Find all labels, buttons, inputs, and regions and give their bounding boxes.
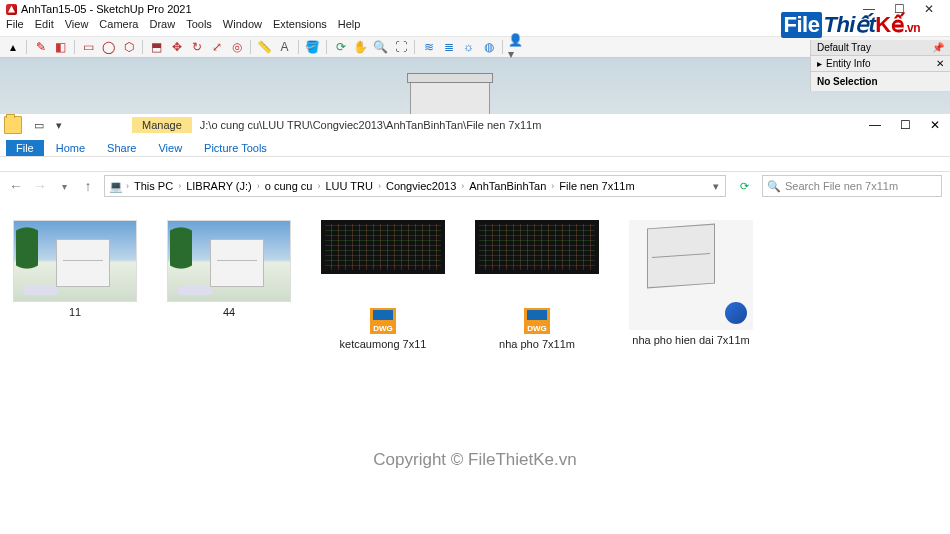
- ribbon-tab-share[interactable]: Share: [97, 140, 146, 156]
- explorer-maximize-button[interactable]: ☐: [890, 118, 920, 132]
- ribbon-tab-home[interactable]: Home: [46, 140, 95, 156]
- profile-icon[interactable]: 👤▾: [508, 39, 525, 56]
- explorer-content[interactable]: 11 44 DWG ketcaumong 7x11 DWG nha pho 7x…: [0, 200, 950, 370]
- menu-help[interactable]: Help: [338, 18, 361, 36]
- explorer-titlebar: ▭ ▾ Manage J:\o cung cu\LUU TRU\Congviec…: [0, 114, 950, 136]
- search-input[interactable]: 🔍 Search File nen 7x11m: [762, 175, 942, 197]
- breadcrumb-item[interactable]: o cung cu: [263, 180, 315, 192]
- file-thumbnail: [13, 220, 137, 302]
- tray-pin-icon[interactable]: 📌: [932, 42, 944, 53]
- styles-tool-icon[interactable]: ◍: [480, 39, 497, 56]
- entity-info-body: No Selection: [811, 72, 950, 91]
- ribbon-tab-file[interactable]: File: [6, 140, 44, 156]
- folder-icon: [4, 116, 22, 134]
- file-item[interactable]: 44: [164, 220, 294, 318]
- select-tool-icon[interactable]: ▴: [4, 39, 21, 56]
- polygon-tool-icon[interactable]: ⬡: [120, 39, 137, 56]
- ribbon-context-tab[interactable]: Manage: [132, 117, 192, 133]
- menu-camera[interactable]: Camera: [99, 18, 138, 36]
- breadcrumb-dropdown-icon[interactable]: ▾: [713, 180, 719, 193]
- file-thumbnail: [321, 220, 445, 274]
- nav-forward-button[interactable]: →: [32, 178, 48, 194]
- breadcrumb[interactable]: 💻 › This PC› LIBRARY (J:)› o cung cu› LU…: [104, 175, 726, 197]
- nav-recent-button[interactable]: ▾: [56, 181, 72, 192]
- quick-access-toolbar: ▭ ▾: [26, 119, 72, 132]
- breadcrumb-item[interactable]: LIBRARY (J:): [184, 180, 254, 192]
- sketchup-viewport[interactable]: [0, 58, 950, 114]
- file-name: nha pho 7x11m: [499, 338, 575, 350]
- qat-newfolder-icon[interactable]: ▾: [52, 119, 66, 132]
- copyright-watermark: Copyright © FileThietKe.vn: [0, 450, 950, 470]
- breadcrumb-item[interactable]: Congviec2013: [384, 180, 458, 192]
- pencil-tool-icon[interactable]: ✎: [32, 39, 49, 56]
- breadcrumb-item[interactable]: AnhTanBinhTan: [467, 180, 548, 192]
- sketchup-toolbar: ▴ ✎ ◧ ▭ ◯ ⬡ ⬒ ✥ ↻ ⤢ ◎ 📏 A 🪣 ⟳ ✋ 🔍 ⛶ ≋ ≣ …: [0, 36, 950, 58]
- menu-file[interactable]: File: [6, 18, 24, 36]
- ribbon-tab-picture-tools[interactable]: Picture Tools: [194, 140, 277, 156]
- layers-tool-icon[interactable]: ≣: [440, 39, 457, 56]
- file-name: 11: [69, 306, 81, 318]
- breadcrumb-item[interactable]: This PC: [132, 180, 175, 192]
- pan-tool-icon[interactable]: ✋: [352, 39, 369, 56]
- menu-extensions[interactable]: Extensions: [273, 18, 327, 36]
- ribbon-tab-view[interactable]: View: [148, 140, 192, 156]
- text-tool-icon[interactable]: A: [276, 39, 293, 56]
- file-item[interactable]: DWG ketcaumong 7x11: [318, 220, 448, 350]
- file-thumbnail: [629, 220, 753, 330]
- watermark-logo: FileThiếtKế.vn: [781, 12, 920, 38]
- zoom-tool-icon[interactable]: 🔍: [372, 39, 389, 56]
- tape-tool-icon[interactable]: 📏: [256, 39, 273, 56]
- qat-properties-icon[interactable]: ▭: [32, 119, 46, 132]
- address-bar-row: ← → ▾ ↑ 💻 › This PC› LIBRARY (J:)› o cun…: [0, 172, 950, 200]
- file-name: ketcaumong 7x11: [340, 338, 427, 350]
- search-icon: 🔍: [767, 180, 781, 193]
- ribbon-tabs: File Home Share View Picture Tools: [0, 136, 950, 156]
- move-tool-icon[interactable]: ✥: [168, 39, 185, 56]
- circle-tool-icon[interactable]: ◯: [100, 39, 117, 56]
- file-thumbnail: [167, 220, 291, 302]
- explorer-close-button[interactable]: ✕: [920, 118, 950, 132]
- menu-draw[interactable]: Draw: [149, 18, 175, 36]
- orbit-tool-icon[interactable]: ⟳: [332, 39, 349, 56]
- nav-back-button[interactable]: ←: [8, 178, 24, 194]
- dwg-badge-icon: DWG: [524, 308, 550, 334]
- collapse-icon: ▸: [817, 58, 822, 69]
- default-tray: Default Tray📌 ▸ Entity Info ✕ No Selecti…: [810, 40, 950, 91]
- menu-view[interactable]: View: [65, 18, 89, 36]
- refresh-button[interactable]: ⟳: [734, 180, 754, 193]
- scale-tool-icon[interactable]: ⤢: [208, 39, 225, 56]
- sketchup-app-icon: [6, 4, 17, 15]
- zoom-extents-icon[interactable]: ⛶: [392, 39, 409, 56]
- sketchup-badge-icon: [725, 302, 747, 324]
- model-geometry: [410, 78, 490, 114]
- menu-edit[interactable]: Edit: [35, 18, 54, 36]
- menu-tools[interactable]: Tools: [186, 18, 212, 36]
- file-name: 44: [223, 306, 235, 318]
- file-item[interactable]: nha pho hien dai 7x11m: [626, 220, 756, 346]
- explorer-window: ▭ ▾ Manage J:\o cung cu\LUU TRU\Congviec…: [0, 114, 950, 370]
- file-item[interactable]: DWG nha pho 7x11m: [472, 220, 602, 350]
- section-tool-icon[interactable]: ≋: [420, 39, 437, 56]
- breadcrumb-pc-icon: 💻: [109, 180, 123, 193]
- rectangle-tool-icon[interactable]: ▭: [80, 39, 97, 56]
- paint-tool-icon[interactable]: 🪣: [304, 39, 321, 56]
- breadcrumb-item[interactable]: LUU TRU: [323, 180, 374, 192]
- menu-window[interactable]: Window: [223, 18, 262, 36]
- panel-close-icon[interactable]: ✕: [936, 58, 944, 69]
- tray-header[interactable]: Default Tray📌: [811, 40, 950, 56]
- eraser-tool-icon[interactable]: ◧: [52, 39, 69, 56]
- breadcrumb-item[interactable]: File nen 7x11m: [557, 180, 636, 192]
- pushpull-tool-icon[interactable]: ⬒: [148, 39, 165, 56]
- entity-info-header[interactable]: ▸ Entity Info ✕: [811, 56, 950, 72]
- nav-up-button[interactable]: ↑: [80, 178, 96, 194]
- rotate-tool-icon[interactable]: ↻: [188, 39, 205, 56]
- explorer-path-text: J:\o cung cu\LUU TRU\Congviec2013\AnhTan…: [200, 119, 542, 131]
- sketchup-title: AnhTan15-05 - SketchUp Pro 2021: [21, 3, 192, 15]
- dwg-badge-icon: DWG: [370, 308, 396, 334]
- explorer-minimize-button[interactable]: —: [860, 118, 890, 132]
- shadows-tool-icon[interactable]: ☼: [460, 39, 477, 56]
- ribbon-body: [0, 156, 950, 172]
- offset-tool-icon[interactable]: ◎: [228, 39, 245, 56]
- file-thumbnail: [475, 220, 599, 274]
- file-item[interactable]: 11: [10, 220, 140, 318]
